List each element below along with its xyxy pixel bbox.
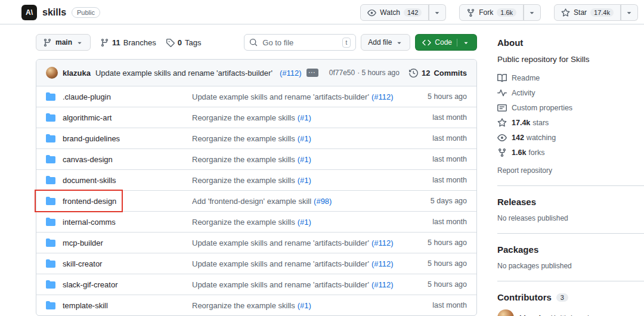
commit-history-link[interactable]: 12 Commits xyxy=(409,69,467,78)
branches-link[interactable]: 11 Branches xyxy=(100,38,156,47)
file-name-link[interactable]: brand-guidelines xyxy=(63,134,192,143)
watch-button[interactable]: Watch 142 xyxy=(360,4,429,21)
tag-icon xyxy=(166,38,175,47)
stars-link[interactable]: 17.4k stars xyxy=(497,118,644,128)
file-name-link[interactable]: template-skill xyxy=(63,301,192,310)
row-commit-link[interactable]: Reorganize the example skills xyxy=(192,301,295,310)
watch-count: 142 xyxy=(404,8,422,17)
file-name-link[interactable]: frontend-design xyxy=(63,197,192,206)
code-button[interactable]: Code xyxy=(415,34,477,51)
eye-icon xyxy=(367,8,376,17)
file-name-link[interactable]: canvas-design xyxy=(63,155,192,164)
tags-count: 0 xyxy=(178,38,182,47)
watching-link[interactable]: 142 watching xyxy=(497,133,644,142)
tags-link[interactable]: 0 Tags xyxy=(166,38,202,47)
watch-label: Watch xyxy=(380,8,400,17)
pr-link[interactable]: (#112) xyxy=(371,92,394,101)
ref-links: 11 Branches 0 Tags xyxy=(100,38,201,47)
releases-section: Releases No releases published xyxy=(497,185,644,222)
code-icon xyxy=(422,38,431,47)
folder-icon xyxy=(46,259,55,268)
row-commit-message: Update example skills and rename 'artifa… xyxy=(192,238,404,247)
row-commit-link[interactable]: Reorganize the example skills xyxy=(192,113,295,122)
anthropic-logo[interactable]: A\ xyxy=(21,5,37,20)
row-commit-time: last month xyxy=(404,218,467,226)
branch-selector[interactable]: main xyxy=(36,34,91,51)
row-commit-link[interactable]: Update example skills and rename 'artifa… xyxy=(192,92,369,101)
add-file-button[interactable]: Add file xyxy=(361,34,410,51)
row-commit-link[interactable]: Reorganize the example skills xyxy=(192,218,295,227)
table-row: skill-creator Update example skills and … xyxy=(36,253,476,274)
star-dropdown-button[interactable] xyxy=(621,4,638,21)
repo-name-link[interactable]: skills xyxy=(42,7,66,18)
file-name-link[interactable]: mcp-builder xyxy=(63,238,192,247)
row-commit-link[interactable]: Update example skills and rename 'artifa… xyxy=(192,280,369,289)
folder-icon xyxy=(46,175,55,185)
activity-link[interactable]: Activity xyxy=(497,88,644,98)
note-icon xyxy=(497,103,507,113)
row-commit-link[interactable]: Reorganize the example skills xyxy=(192,176,295,185)
pr-link[interactable]: (#112) xyxy=(280,69,302,78)
contributor-row[interactable]: klazuka Keith Lazuka xyxy=(497,309,644,316)
releases-title: Releases xyxy=(497,197,644,207)
pr-link[interactable]: (#1) xyxy=(298,218,311,227)
search-icon xyxy=(249,38,258,47)
pr-link[interactable]: (#98) xyxy=(314,197,332,206)
watching-count: 142 xyxy=(512,134,524,142)
row-commit-link[interactable]: Update example skills and rename 'artifa… xyxy=(192,259,369,268)
folder-icon xyxy=(46,280,55,289)
row-commit-message: Add 'frontend-design' example skill(#98) xyxy=(192,197,404,206)
table-row: algorithmic-art Reorganize the example s… xyxy=(36,107,476,128)
ellipsis-icon[interactable]: ··· xyxy=(306,69,318,77)
contributor-username[interactable]: klazuka xyxy=(519,314,547,316)
file-name-link[interactable]: internal-comms xyxy=(63,218,192,227)
custom-properties-link[interactable]: Custom properties xyxy=(497,103,644,113)
row-commit-link[interactable]: Reorganize the example skills xyxy=(192,134,295,143)
go-to-file-input[interactable] xyxy=(261,38,338,48)
fork-dropdown-button[interactable] xyxy=(524,4,541,21)
report-repository-link[interactable]: Report repository xyxy=(497,166,552,175)
row-commit-link[interactable]: Update example skills and rename 'artifa… xyxy=(192,238,369,247)
table-row: brand-guidelines Reorganize the example … xyxy=(36,128,476,148)
pr-link[interactable]: (#1) xyxy=(298,113,311,122)
file-name-link[interactable]: document-skills xyxy=(63,176,192,185)
pr-link[interactable]: (#112) xyxy=(371,238,394,247)
commit-message-link[interactable]: Update example skills and rename 'artifa… xyxy=(95,69,273,78)
row-commit-link[interactable]: Reorganize the example skills xyxy=(192,155,295,164)
file-name-link[interactable]: algorithmic-art xyxy=(63,113,192,122)
row-commit-time: 5 hours ago xyxy=(404,259,467,268)
pr-link[interactable]: (#1) xyxy=(298,155,311,164)
pr-link[interactable]: (#112) xyxy=(371,259,394,268)
table-row: canvas-design Reorganize the example ski… xyxy=(36,148,476,169)
file-name-link[interactable]: .claude-plugin xyxy=(63,92,192,101)
pr-link[interactable]: (#112) xyxy=(371,280,394,289)
star-button[interactable]: Star 17.4k xyxy=(554,4,621,21)
folder-icon xyxy=(46,300,55,310)
pr-link[interactable]: (#1) xyxy=(298,176,311,185)
chevron-down-icon xyxy=(457,39,470,47)
watch-dropdown-button[interactable] xyxy=(429,4,446,21)
commit-time: · 5 hours ago xyxy=(357,69,400,77)
pr-link[interactable]: (#1) xyxy=(298,301,311,310)
file-name-link[interactable]: slack-gif-creator xyxy=(63,280,192,289)
pr-link[interactable]: (#1) xyxy=(298,134,311,143)
avatar[interactable] xyxy=(46,67,58,79)
go-to-file-box[interactable]: t xyxy=(244,34,356,51)
chevron-down-icon xyxy=(528,8,536,17)
file-name-link[interactable]: skill-creator xyxy=(63,259,192,268)
fork-count: 1.6k xyxy=(497,8,516,17)
add-file-label: Add file xyxy=(368,38,392,47)
table-row: document-skills Reorganize the example s… xyxy=(36,169,476,190)
file-table: klazuka Update example skills and rename… xyxy=(36,59,477,316)
commit-author-link[interactable]: klazuka xyxy=(63,69,91,78)
file-toolbar: main 11 Branches 0 Tags xyxy=(36,34,477,51)
table-row: internal-comms Reorganize the example sk… xyxy=(36,211,476,232)
commit-sha-link[interactable]: 0f77e50 xyxy=(329,69,355,77)
forks-link[interactable]: 1.6k forks xyxy=(497,148,644,157)
row-commit-link[interactable]: Add 'frontend-design' example skill xyxy=(192,197,311,206)
fork-button[interactable]: Fork 1.6k xyxy=(459,4,524,21)
sidebar: About Public repository for Skills Readm… xyxy=(477,34,644,316)
folder-icon xyxy=(46,238,55,247)
readme-link[interactable]: Readme xyxy=(497,73,644,83)
avatar[interactable] xyxy=(497,309,514,316)
